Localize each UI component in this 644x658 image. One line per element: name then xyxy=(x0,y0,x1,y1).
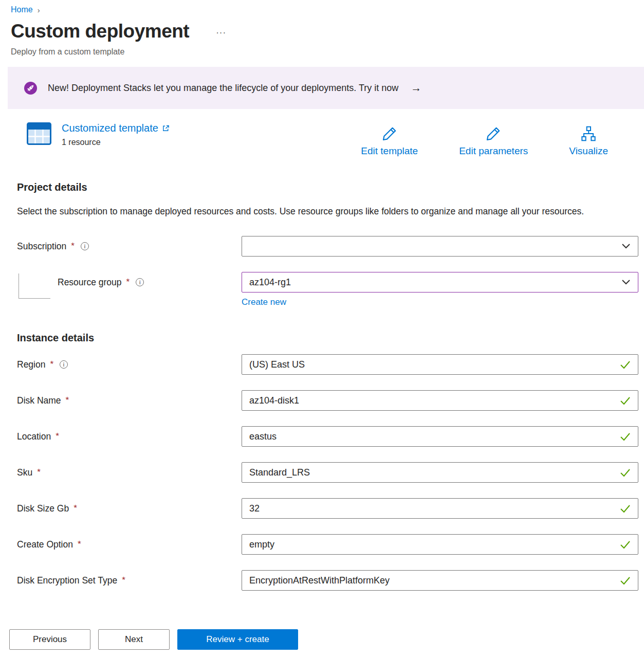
sku-row: Sku * Standard_LRS xyxy=(0,462,638,483)
required-asterisk: * xyxy=(78,539,81,550)
next-button[interactable]: Next xyxy=(98,629,170,650)
visualize-button[interactable]: Visualize xyxy=(569,125,608,157)
rocket-icon xyxy=(24,81,38,95)
create-option-value: empty xyxy=(249,539,620,550)
instance-details-heading: Instance details xyxy=(0,332,644,344)
valid-check-icon xyxy=(620,432,631,441)
pencil-icon xyxy=(381,125,398,142)
resource-group-label: Resource group xyxy=(58,277,122,288)
project-details-form: Subscription * i Resource group * i az10… xyxy=(0,236,644,307)
more-menu-button[interactable]: ··· xyxy=(216,25,226,38)
subscription-select[interactable] xyxy=(242,236,638,257)
disk-size-label-cell: Disk Size Gb * xyxy=(0,503,242,514)
location-input[interactable]: eastus xyxy=(242,426,638,447)
create-option-input[interactable]: empty xyxy=(242,534,638,555)
valid-check-icon xyxy=(620,576,631,585)
valid-check-icon xyxy=(620,504,631,513)
required-asterisk: * xyxy=(50,359,53,370)
page-title: Custom deployment xyxy=(11,21,189,42)
required-asterisk: * xyxy=(126,277,130,287)
create-option-label: Create Option xyxy=(17,539,73,550)
sku-value: Standard_LRS xyxy=(249,467,620,478)
template-name: Customized template xyxy=(62,122,158,134)
create-option-row: Create Option * empty xyxy=(0,534,638,555)
create-option-label-cell: Create Option * xyxy=(0,539,242,550)
breadcrumb-separator-icon: › xyxy=(38,6,40,14)
banner-text: New! Deployment Stacks let you manage th… xyxy=(48,83,398,94)
edit-template-button[interactable]: Edit template xyxy=(361,125,418,157)
location-value: eastus xyxy=(249,431,620,442)
resource-group-select[interactable]: az104-rg1 xyxy=(242,272,638,293)
chevron-down-icon xyxy=(621,279,631,286)
edit-template-label: Edit template xyxy=(361,145,418,157)
subscription-row: Subscription * i xyxy=(0,236,638,257)
visualize-label: Visualize xyxy=(569,145,608,157)
previous-button[interactable]: Previous xyxy=(9,629,90,650)
arrow-right-icon[interactable]: → xyxy=(411,82,421,94)
disk-name-input[interactable]: az104-disk1 xyxy=(242,390,638,411)
page-subtitle: Deploy from a custom template xyxy=(0,47,644,57)
breadcrumb: Home › xyxy=(0,0,644,14)
disk-name-row: Disk Name * az104-disk1 xyxy=(0,390,638,411)
wizard-footer: Previous Next Review + create xyxy=(0,621,644,658)
field-connector-line xyxy=(19,273,50,299)
disk-encryption-input[interactable]: EncryptionAtRestWithPlatformKey xyxy=(242,570,638,591)
valid-check-icon xyxy=(620,396,631,405)
sku-input[interactable]: Standard_LRS xyxy=(242,462,638,483)
create-new-link[interactable]: Create new xyxy=(242,297,286,307)
review-create-button[interactable]: Review + create xyxy=(177,629,298,650)
template-info: Customized template 1 resource xyxy=(62,122,170,147)
visualize-icon xyxy=(580,125,597,142)
location-label-cell: Location * xyxy=(0,431,242,442)
subscription-label: Subscription xyxy=(17,241,66,252)
disk-name-label-cell: Disk Name * xyxy=(0,395,242,406)
template-icon xyxy=(27,122,51,145)
info-icon[interactable]: i xyxy=(60,360,68,369)
disk-name-label: Disk Name xyxy=(17,395,61,406)
deployment-stacks-banner[interactable]: New! Deployment Stacks let you manage th… xyxy=(8,67,644,109)
disk-size-label: Disk Size Gb xyxy=(17,503,69,514)
required-asterisk: * xyxy=(71,241,75,251)
disk-encryption-value: EncryptionAtRestWithPlatformKey xyxy=(249,575,620,586)
disk-encryption-label: Disk Encryption Set Type xyxy=(17,575,117,586)
template-resource-count: 1 resource xyxy=(62,138,170,147)
disk-size-value: 32 xyxy=(249,503,620,514)
location-row: Location * eastus xyxy=(0,426,638,447)
edit-parameters-button[interactable]: Edit parameters xyxy=(459,125,528,157)
disk-name-value: az104-disk1 xyxy=(249,395,620,406)
disk-encryption-label-cell: Disk Encryption Set Type * xyxy=(0,575,242,586)
disk-encryption-set-type-row: Disk Encryption Set Type * EncryptionAtR… xyxy=(0,570,638,591)
info-icon[interactable]: i xyxy=(136,278,144,286)
sku-label: Sku xyxy=(17,467,32,478)
project-details-heading: Project details xyxy=(0,181,644,193)
info-icon[interactable]: i xyxy=(81,242,89,250)
disk-size-row: Disk Size Gb * 32 xyxy=(0,498,638,519)
resource-group-value: az104-rg1 xyxy=(249,277,621,288)
customized-template-link[interactable]: Customized template xyxy=(62,122,170,134)
required-asterisk: * xyxy=(122,575,125,586)
external-link-icon xyxy=(162,124,170,132)
region-select[interactable]: (US) East US xyxy=(242,354,638,375)
required-asterisk: * xyxy=(66,395,69,406)
region-value: (US) East US xyxy=(249,359,620,370)
pencil-icon xyxy=(485,125,502,142)
page-header: Custom deployment ··· xyxy=(0,21,644,42)
region-row: Region * i (US) East US xyxy=(0,354,638,375)
breadcrumb-home-link[interactable]: Home xyxy=(11,5,33,14)
template-summary: Customized template 1 resource Edit temp… xyxy=(27,122,644,157)
required-asterisk: * xyxy=(73,503,77,514)
region-label: Region xyxy=(17,359,45,370)
required-asterisk: * xyxy=(56,431,59,442)
location-label: Location xyxy=(17,431,51,442)
edit-parameters-label: Edit parameters xyxy=(459,145,528,157)
project-details-description: Select the subscription to manage deploy… xyxy=(0,204,606,220)
create-new-row: Create new xyxy=(242,297,644,307)
valid-check-icon xyxy=(620,360,631,369)
disk-size-input[interactable]: 32 xyxy=(242,498,638,519)
region-label-cell: Region * i xyxy=(0,359,242,370)
required-asterisk: * xyxy=(37,467,41,478)
valid-check-icon xyxy=(620,540,631,549)
resource-group-row: Resource group * i az104-rg1 xyxy=(0,272,638,293)
sku-label-cell: Sku * xyxy=(0,467,242,478)
chevron-down-icon xyxy=(621,243,631,250)
